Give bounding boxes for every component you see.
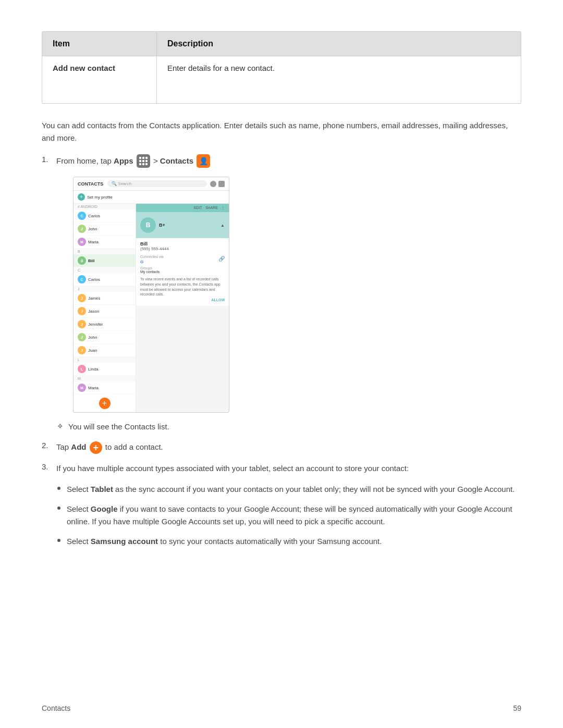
sub-bullet-section: Select Tablet as the sync account if you… xyxy=(57,483,521,548)
table-header-item: Item xyxy=(42,32,157,56)
sc-main-area: # ANDROID C Carlos J John M Maria B B Bi… xyxy=(74,204,229,412)
sc-avatar-j1: J xyxy=(78,225,86,233)
sc-contact-carlos1: C Carlos xyxy=(74,209,136,223)
sc-search-bar: 🔍 Search xyxy=(107,180,207,187)
step-2: 2. Tap Add + to add a contact. xyxy=(42,441,521,454)
sc-contact-james: J James xyxy=(74,292,136,305)
sc-my-contacts-value: My contacts xyxy=(140,270,225,274)
add-label: Add xyxy=(71,442,86,451)
sc-avatar-linda: L xyxy=(78,365,86,373)
sc-section-l: L xyxy=(74,357,136,363)
samsung-account-label: Samsung account xyxy=(91,537,158,546)
sc-avatar-c1: C xyxy=(78,212,86,220)
sc-mic-icon xyxy=(210,181,216,187)
footer-section-label: Contacts xyxy=(42,704,70,712)
sc-contact-maria1: M Maria xyxy=(74,236,136,249)
table-header-row: Item Description xyxy=(42,32,521,56)
sc-allow-text: To view recent events and a list of reco… xyxy=(140,277,225,297)
step-3: 3. If you have multiple account types as… xyxy=(42,462,521,475)
step-1-content: From home, tap Apps > Contacts 👤 xyxy=(56,155,521,168)
sc-detail-info: Bill (555) 555-4444 Connected via G 🔗 Gr… xyxy=(136,238,229,306)
sc-google-icon: G xyxy=(140,260,143,264)
sc-detail-avatar: B xyxy=(140,217,156,233)
sc-section-a: # ANDROID xyxy=(74,204,136,209)
sc-section-m: M xyxy=(74,376,136,381)
step-3-content: If you have multiple account types assoc… xyxy=(56,462,521,475)
sub-bullet-google-text: Select Google if you want to save contac… xyxy=(67,503,521,528)
sc-profile-row: + Set my profile xyxy=(74,191,229,204)
sc-fab-btn: + xyxy=(99,398,111,409)
sc-detail-sort: ▲ xyxy=(221,223,225,228)
sc-groups-label: Groups xyxy=(140,266,225,270)
sc-contact-juan: J Juan xyxy=(74,344,136,357)
sc-contact-john2: J John xyxy=(74,331,136,344)
sc-contact-bill: B Bill xyxy=(74,254,136,267)
sc-avatar-m1: M xyxy=(78,238,86,246)
step-2-content: Tap Add + to add a contact. xyxy=(56,441,521,454)
add-icon: + xyxy=(90,441,102,454)
sc-link-icon: 🔗 xyxy=(218,256,225,262)
sc-section-c: C xyxy=(74,267,136,273)
sc-detail-panel: EDIT SHARE ⋮ B B+ ▲ Bill (555) 555-4444 xyxy=(136,204,229,412)
sc-avatar-jason: J xyxy=(78,307,86,315)
sub-bullet-samsung: Select Samsung account to sync your cont… xyxy=(57,535,521,548)
apps-label: Apps xyxy=(114,156,133,165)
table-cell-desc: Enter details for a new contact. xyxy=(157,56,521,103)
step-1-number: 1. xyxy=(42,155,56,168)
sc-contacts-list: # ANDROID C Carlos J John M Maria B B Bi… xyxy=(74,204,136,412)
diamond-icon: ❖ xyxy=(57,422,63,431)
sc-contact-linda: L Linda xyxy=(74,363,136,376)
sc-detail-bill-name: Bill xyxy=(140,241,225,246)
table-cell-item: Add new contact xyxy=(42,56,157,103)
tablet-label: Tablet xyxy=(91,485,113,493)
sc-topbar-title: CONTACTS xyxy=(78,181,103,187)
sc-topbar: CONTACTS 🔍 Search xyxy=(74,177,229,191)
step-3-number: 3. xyxy=(42,462,56,475)
screenshot-mockup: CONTACTS 🔍 Search + Set my profile # AND… xyxy=(57,177,521,413)
google-label: Google xyxy=(91,504,118,513)
sc-profile-text: Set my profile xyxy=(87,195,113,200)
step-1: 1. From home, tap Apps > Contacts 👤 xyxy=(42,155,521,168)
step-1-bullet: ❖ You will see the Contacts list. xyxy=(57,421,521,433)
sc-add-profile-btn: + xyxy=(78,193,85,201)
sc-section-b: B xyxy=(74,249,136,254)
sc-detail-name-area: B B+ xyxy=(140,217,165,233)
sc-contact-john1: J John xyxy=(74,223,136,236)
step-2-number: 2. xyxy=(42,441,56,454)
sc-allow-button: ALLOW xyxy=(140,297,225,303)
bullet-dot-2 xyxy=(57,507,60,510)
apps-icon xyxy=(137,154,150,168)
sub-bullet-google: Select Google if you want to save contac… xyxy=(57,503,521,528)
sc-topbar-icons xyxy=(210,181,225,187)
bullet-dot-3 xyxy=(57,539,60,542)
sc-edit-btn: EDIT xyxy=(194,206,202,210)
sc-contact-jennifer: J Jennifer xyxy=(74,318,136,331)
sc-contact-carlos2: C Carlos xyxy=(74,273,136,286)
sc-connected-label: Connected via xyxy=(140,255,164,258)
table-row: Add new contact Enter details for a new … xyxy=(42,56,521,103)
sc-fab-area: + xyxy=(74,394,136,412)
sc-more-btn: ⋮ xyxy=(221,206,225,210)
step-1-bullet-section: ❖ You will see the Contacts list. xyxy=(57,421,521,433)
sc-contact-jason: J Jason xyxy=(74,305,136,318)
sc-detail-avatar-area: B B+ ▲ xyxy=(136,212,229,238)
table: Item Description Add new contact Enter d… xyxy=(42,31,521,104)
sub-bullet-samsung-text: Select Samsung account to sync your cont… xyxy=(67,535,382,548)
sc-avatar-maria2: M xyxy=(78,384,86,392)
sc-avatar-juan: J xyxy=(78,346,86,354)
sc-avatar-james: J xyxy=(78,294,86,302)
sub-bullet-tablet: Select Tablet as the sync account if you… xyxy=(57,483,521,496)
contacts-label: Contacts xyxy=(160,156,193,165)
sc-avatar-j2: J xyxy=(78,333,86,341)
sc-detail-connected-row: Connected via G 🔗 xyxy=(140,253,225,264)
page-footer: Contacts 59 xyxy=(42,704,521,712)
sc-detail-connected-col: Connected via G xyxy=(140,253,164,264)
footer-page-number: 59 xyxy=(513,704,521,712)
contacts-list-note: You will see the Contacts list. xyxy=(68,421,169,433)
sc-groups-area: Groups My contacts xyxy=(140,266,225,274)
sc-allow-section: To view recent events and a list of reco… xyxy=(140,277,225,303)
table-header-desc: Description xyxy=(157,32,521,56)
sc-avatar-bill: B xyxy=(78,256,86,265)
bullet-dot-1 xyxy=(57,487,60,490)
intro-text: You can add contacts from the Contacts a… xyxy=(42,119,521,144)
